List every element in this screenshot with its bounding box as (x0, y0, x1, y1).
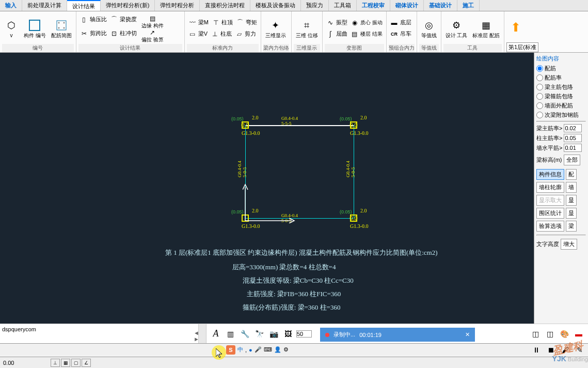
tab-elastic-new[interactable]: 弹性时程分析(新) (101, 0, 155, 11)
btn-col-bot[interactable]: ⊥柱底 (209, 29, 233, 39)
cent-icon: ◉ (351, 19, 359, 27)
btn-func[interactable]: ⬡v (2, 12, 21, 44)
zoom-input[interactable] (296, 330, 312, 338)
btn-crane[interactable]: CR吊车 (389, 29, 415, 39)
tab-input[interactable]: 输入 (0, 0, 22, 11)
btn-member-num[interactable]: 构件 编号 (22, 12, 48, 44)
btn-pei[interactable]: 配 (566, 169, 577, 180)
number-icon (27, 18, 42, 33)
btn-3dpos[interactable]: ⌗三维 位移 (294, 12, 320, 44)
node-br-g: (0.05) (340, 209, 352, 214)
btn-mode[interactable]: ∿振型 (325, 18, 349, 28)
drawing-canvas[interactable]: 0.0 (0.05) 2.0 G1.3-0.0 0.0 (0.05) 2.0 G… (0, 53, 534, 324)
btn-beam-m[interactable]: 〰梁M (187, 18, 210, 28)
ime-mic-icon[interactable]: 🎤 (255, 346, 262, 353)
btn-col-top[interactable]: ⊤柱顶 (210, 18, 234, 28)
layers-icon[interactable]: ▥ (224, 328, 236, 340)
tool-icon: ⚙ (449, 18, 464, 33)
tab-elastic[interactable]: 弹性时程分析 (155, 0, 200, 11)
beam-left-label: G0.4-0.4 5-0-5 (237, 161, 247, 177)
close-icon[interactable]: ✕ (465, 331, 470, 338)
radio-rebar[interactable]: 配筋 (536, 65, 586, 72)
canvas-line2: 层高=3300(mm) 梁总数=4 柱总数=4 (232, 263, 336, 272)
radio-wall-out[interactable]: 墙面外配筋 (536, 102, 586, 110)
btn-col-shear[interactable]: ⊡柱冲切 (108, 28, 138, 39)
btn-cent[interactable]: ◉质心 振动 (349, 18, 384, 28)
sogou-icon[interactable]: S (226, 345, 235, 355)
ime-punct[interactable]: , (245, 347, 247, 353)
ortho-btn[interactable]: ▢ (71, 359, 81, 367)
btn-isoline[interactable]: ◎等值线 (419, 12, 439, 44)
btn-show2[interactable]: 显 (566, 208, 577, 219)
layer-select[interactable]: 第1层(标准 (506, 42, 538, 52)
tab-review[interactable]: 工程校审 (357, 0, 390, 11)
command-input-area: dspquerycom ◄ ► (0, 324, 206, 343)
btn-edge[interactable]: ▤边缘 构件 (138, 14, 167, 28)
group-label: 梁内力包络 (263, 44, 289, 52)
btn-member-info[interactable]: 构件信息 (536, 169, 564, 180)
btn-eccen[interactable]: ↗偏拉 验算 (138, 28, 167, 42)
radio-beam-stirrup[interactable]: 梁箍筋包络 (536, 93, 586, 100)
btn-up[interactable]: ⬆ (506, 12, 525, 42)
wrench-icon[interactable]: 🔧 (239, 328, 251, 340)
radio-sec-beam[interactable]: 次梁附加钢筋 (536, 111, 586, 119)
grid-btn[interactable]: ▦ (61, 359, 70, 367)
ime-settings-icon[interactable]: ⚙ (283, 346, 289, 353)
command-panel: dspquerycom ◄ ► A ▥ 🔧 🔭 📷 🖼 ◫ ◫ 🎨 ▬ (0, 324, 588, 343)
ime-dot[interactable]: ● (249, 347, 252, 353)
recording-bar[interactable]: 录制中... 00:01:19 ✕ (320, 328, 475, 342)
tab-masonry[interactable]: 砌体设计 (390, 0, 424, 11)
radio-beam-main[interactable]: 梁主筋包络 (536, 83, 586, 91)
ime-person-icon[interactable]: 👤 (274, 346, 281, 353)
btn-floor-res[interactable]: ▤楼层 结果 (349, 29, 384, 39)
radio-ratio[interactable]: 配筋率 (536, 74, 586, 82)
tab-floor-vib[interactable]: 楼板及设备振动 (250, 0, 301, 11)
btn-bottom[interactable]: ▬底层 (389, 18, 415, 28)
tab-construct[interactable]: 施工 (457, 0, 480, 11)
tab-preprocess[interactable]: 前处理及计算 (22, 0, 67, 11)
tab-toolbox[interactable]: 工具箱 (329, 0, 357, 11)
btn-tool[interactable]: ⚙设计 工具 (443, 12, 470, 44)
binoculars-icon[interactable]: 🔭 (253, 328, 265, 340)
camera-icon[interactable]: 📷 (267, 328, 280, 340)
btn-3d-display[interactable]: ✦三维显示 (263, 12, 288, 44)
btn-rebar-diagram[interactable]: 配筋简图 (49, 12, 74, 44)
btn-beam-deflect[interactable]: ⌒梁挠度 (108, 14, 138, 25)
btn-beam-v[interactable]: ▭梁V (187, 29, 209, 39)
tab-direct-int[interactable]: 直接积分法时程 (200, 0, 250, 11)
ime-kb-icon[interactable]: ⌨ (264, 346, 272, 353)
btn-shear-span[interactable]: ✂剪跨比 (78, 28, 108, 39)
btn-wall-outline[interactable]: 墙柱轮廓 (536, 182, 564, 193)
btn-beam-elev[interactable]: 全部 (564, 155, 580, 165)
tab-prestress[interactable]: 预应力 (301, 0, 329, 11)
tab-foundation[interactable]: 基础设计 (424, 0, 457, 11)
btn-check-opt[interactable]: 验算选项 (536, 221, 564, 232)
btn-show-max[interactable]: 显示取大 (536, 195, 564, 206)
input-wall-horiz[interactable] (564, 144, 582, 152)
text-tool-icon[interactable]: A (210, 328, 222, 340)
btn-zone-stat[interactable]: 围区统计 (536, 208, 564, 219)
btn-std[interactable]: ▦标准层 配筋 (470, 12, 502, 44)
ime-lang[interactable]: 中 (237, 346, 243, 354)
angle-btn[interactable]: ∠ (82, 359, 91, 367)
tab-design-result[interactable]: 设计结果 (67, 0, 101, 11)
input-col-ratio[interactable] (564, 134, 582, 142)
shear-icon: ✂ (80, 29, 88, 38)
image-icon[interactable]: 🖼 (282, 328, 294, 340)
btn-show[interactable]: 显 (566, 195, 577, 206)
btn-bend[interactable]: ⌒弯矩 (234, 18, 259, 28)
btn-enlarge[interactable]: 增大 (561, 239, 577, 250)
bottom-icon: ▬ (390, 19, 399, 27)
pause-icon[interactable]: ⏸ (530, 344, 543, 356)
cube2-icon[interactable]: ◫ (544, 328, 556, 340)
cube-icon[interactable]: ◫ (529, 328, 542, 340)
input-beam-ratio[interactable] (564, 124, 582, 132)
btn-axis-ratio[interactable]: ▯轴压比 (78, 14, 108, 25)
btn-buckle[interactable]: ʃ屈曲 (325, 29, 349, 39)
btn-beam2[interactable]: 梁 (566, 221, 577, 232)
btn-wall[interactable]: 墙 (566, 182, 577, 193)
btn-shear2[interactable]: ▱剪力 (233, 29, 258, 39)
palette-icon[interactable]: 🎨 (558, 328, 570, 340)
snap-btn[interactable]: ⊥ (51, 359, 60, 367)
svg-rect-1 (57, 21, 66, 30)
